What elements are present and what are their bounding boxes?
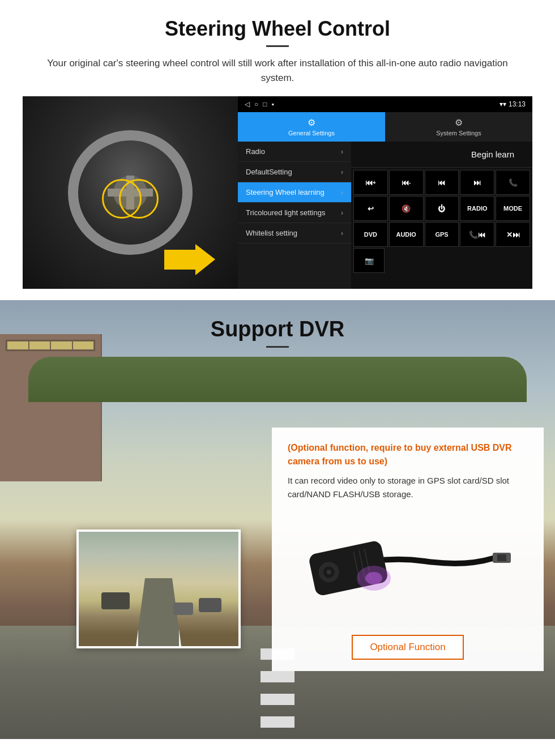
tab-general-label: General Settings bbox=[288, 130, 335, 136]
begin-learn-bar: Begin learn bbox=[351, 142, 532, 168]
dvr-optional-text: (Optional function, require to buy exter… bbox=[288, 441, 528, 468]
preview-car-1 bbox=[199, 598, 221, 612]
btn-mode[interactable]: MODE bbox=[496, 196, 530, 221]
media-control-buttons: ⏮+ ⏮- ⏮ ⏭ 📞 ↩ 🔇 ⏻ RADIO MODE bbox=[351, 168, 532, 275]
back-icon: ◁ bbox=[245, 100, 250, 108]
title-divider bbox=[266, 45, 289, 47]
dvr-description: It can record video only to storage in G… bbox=[288, 474, 528, 501]
menu-item-default-setting[interactable]: DefaultSetting › bbox=[238, 162, 351, 182]
home-icon: ○ bbox=[254, 100, 258, 108]
btn-vol-up[interactable]: ⏮+ bbox=[353, 170, 388, 195]
section-subtitle: Your original car's steering wheel contr… bbox=[34, 56, 521, 85]
btn-phone-prev[interactable]: 📞⏮ bbox=[460, 222, 494, 247]
dvr-camera-preview bbox=[76, 529, 241, 648]
menu-icon: ▪ bbox=[272, 100, 274, 108]
btn-hang-up[interactable]: ↩ bbox=[353, 196, 388, 221]
dvr-preview-inner bbox=[79, 532, 238, 646]
dvr-title-section: Support DVR bbox=[0, 300, 555, 359]
optional-function-button[interactable]: Optional Function bbox=[352, 635, 463, 660]
btn-row-2: ↩ 🔇 ⏻ RADIO MODE bbox=[353, 196, 530, 221]
btn-power[interactable]: ⏻ bbox=[425, 196, 459, 221]
clock: 13:13 bbox=[509, 100, 526, 108]
btn-camera[interactable]: 📷 bbox=[353, 248, 385, 273]
steering-wheel-control-panel: Begin learn ⏮+ ⏮- ⏮ ⏭ 📞 ↩ bbox=[351, 142, 532, 289]
svg-rect-2 bbox=[497, 554, 506, 561]
btn-row-3: DVD AUDIO GPS 📞⏮ ✕⏭ bbox=[353, 222, 530, 247]
signal-icon: ▾▾ bbox=[500, 100, 506, 108]
android-statusbar: ◁ ○ □ ▪ ▾▾ 13:13 bbox=[238, 96, 532, 112]
begin-learn-button[interactable]: Begin learn bbox=[464, 146, 521, 163]
btn-vol-down[interactable]: ⏮- bbox=[389, 170, 424, 195]
chevron-icon: › bbox=[341, 189, 343, 197]
chevron-icon: › bbox=[341, 209, 343, 217]
menu-radio-label: Radio bbox=[246, 147, 265, 156]
arrow-indicator bbox=[164, 244, 215, 277]
hedge-row bbox=[28, 357, 527, 402]
menu-item-steering-wheel[interactable]: Steering Wheel learning › bbox=[238, 182, 351, 203]
statusbar-right: ▾▾ 13:13 bbox=[500, 100, 526, 108]
menu-steering-label: Steering Wheel learning bbox=[246, 188, 325, 197]
btn-mute[interactable]: 🔇 bbox=[389, 196, 424, 221]
statusbar-nav-icons: ◁ ○ □ ▪ bbox=[245, 100, 274, 108]
steering-photo bbox=[23, 96, 238, 289]
tab-general-settings[interactable]: ⚙ General Settings bbox=[238, 112, 385, 142]
svg-marker-0 bbox=[164, 244, 215, 275]
svg-point-11 bbox=[365, 572, 382, 584]
btn-gps[interactable]: GPS bbox=[425, 222, 459, 247]
highlight-right bbox=[119, 179, 159, 219]
menu-item-tricoloured[interactable]: Tricoloured light settings › bbox=[238, 203, 351, 223]
steering-demo: ◁ ○ □ ▪ ▾▾ 13:13 ⚙ General Settings ⚙ bbox=[23, 96, 532, 289]
btn-phone[interactable]: 📞 bbox=[496, 170, 530, 195]
steering-wheel bbox=[68, 130, 193, 255]
gear-icon: ⚙ bbox=[308, 117, 315, 128]
menu-whitelist-label: Whitelist setting bbox=[246, 229, 297, 237]
btn-audio[interactable]: AUDIO bbox=[389, 222, 424, 247]
btn-next-track[interactable]: ⏭ bbox=[460, 170, 494, 195]
dvr-camera-illustration bbox=[288, 510, 528, 623]
dvr-camera-svg bbox=[300, 516, 515, 618]
system-icon: ⚙ bbox=[455, 117, 463, 128]
btn-row-1: ⏮+ ⏮- ⏮ ⏭ 📞 bbox=[353, 170, 530, 195]
android-content: Radio › DefaultSetting › Steering Wheel … bbox=[238, 142, 532, 289]
dvr-section: Support DVR (Optional function, require … bbox=[0, 300, 555, 739]
chevron-icon: › bbox=[341, 148, 343, 156]
page-title: Steering Wheel Control bbox=[23, 17, 532, 41]
steering-photo-inner bbox=[23, 96, 238, 289]
menu-item-radio[interactable]: Radio › bbox=[238, 142, 351, 162]
menu-default-label: DefaultSetting bbox=[246, 168, 292, 176]
tab-system-settings[interactable]: ⚙ System Settings bbox=[385, 112, 532, 142]
dvr-info-card: (Optional function, require to buy exter… bbox=[272, 428, 544, 671]
settings-tabs: ⚙ General Settings ⚙ System Settings bbox=[238, 112, 532, 142]
btn-row-4: 📷 bbox=[353, 248, 530, 273]
preview-car-2 bbox=[173, 603, 193, 615]
dvr-divider bbox=[266, 346, 289, 348]
android-ui-panel: ◁ ○ □ ▪ ▾▾ 13:13 ⚙ General Settings ⚙ bbox=[238, 96, 532, 289]
preview-suv bbox=[101, 592, 130, 609]
btn-mute-next[interactable]: ✕⏭ bbox=[496, 222, 530, 247]
btn-radio[interactable]: RADIO bbox=[460, 196, 494, 221]
recents-icon: □ bbox=[263, 100, 267, 108]
chevron-icon: › bbox=[341, 168, 343, 176]
chevron-icon: › bbox=[341, 229, 343, 237]
dvr-title: Support DVR bbox=[0, 317, 555, 341]
tab-system-label: System Settings bbox=[436, 130, 481, 136]
optional-function-container: Optional Function bbox=[288, 633, 528, 660]
btn-dvd[interactable]: DVD bbox=[353, 222, 388, 247]
btn-prev-track[interactable]: ⏮ bbox=[425, 170, 459, 195]
menu-tricoloured-label: Tricoloured light settings bbox=[246, 208, 325, 217]
steering-section: Steering Wheel Control Your original car… bbox=[0, 0, 555, 300]
menu-item-whitelist[interactable]: Whitelist setting › bbox=[238, 223, 351, 244]
settings-menu: Radio › DefaultSetting › Steering Wheel … bbox=[238, 142, 351, 289]
